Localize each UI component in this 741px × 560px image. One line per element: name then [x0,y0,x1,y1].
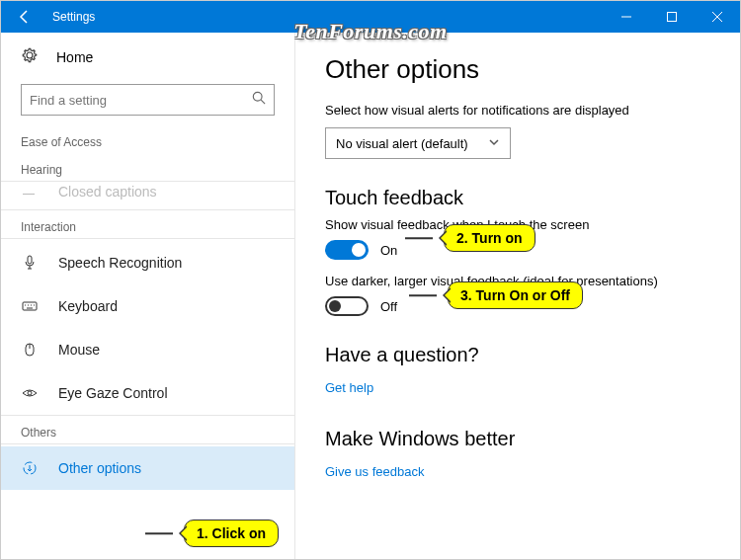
close-button[interactable] [695,1,740,33]
visual-alerts-label: Select how visual alerts for notificatio… [325,103,710,118]
svg-rect-1 [668,13,677,22]
options-arrow-icon [21,460,39,476]
svg-rect-6 [28,256,32,264]
sidebar-item-label: Keyboard [58,298,118,314]
toggle-darker-feedback-state: Off [380,299,397,314]
microphone-icon [21,255,39,271]
sidebar-item-keyboard[interactable]: Keyboard [1,284,294,328]
gear-icon [21,46,39,68]
minimize-button[interactable] [604,1,649,33]
sidebar-group-hearing: Hearing [1,155,294,182]
svg-line-5 [261,100,265,104]
sidebar-item-label: Eye Gaze Control [58,385,168,401]
mouse-icon [21,342,39,358]
sidebar-item-label: Speech Recognition [58,255,182,271]
sidebar-category: Ease of Access [1,129,294,155]
sidebar-item-label: Other options [58,460,141,476]
callout-3: 3. Turn On or Off [448,281,583,309]
sidebar-item-closed-captions[interactable]: Closed captions [1,184,294,209]
page-title: Other options [325,54,710,85]
sidebar-home-label: Home [56,49,93,65]
sidebar-item-speech[interactable]: Speech Recognition [1,241,294,284]
better-title: Make Windows better [325,428,710,450]
sidebar-item-mouse[interactable]: Mouse [1,328,294,371]
sidebar-item-other-options[interactable]: Other options [1,446,294,490]
eye-icon [21,385,39,401]
sidebar: Home Ease of Access Hearing Closed capti… [1,33,295,560]
svg-point-15 [28,391,32,395]
touch-feedback-title: Touch feedback [325,187,710,209]
feedback-link[interactable]: Give us feedback [325,464,424,479]
visual-alerts-value: No visual alert (default) [336,136,468,151]
get-help-link[interactable]: Get help [325,380,373,395]
sidebar-group-others: Others [1,415,294,444]
toggle-touch-feedback-state: On [380,243,397,258]
svg-point-4 [253,92,262,101]
toggle-touch-feedback[interactable] [325,240,369,260]
keyboard-icon [21,298,39,314]
window-title: Settings [48,10,95,24]
search-icon [252,91,266,109]
sidebar-item-label: Mouse [58,342,100,358]
sidebar-home[interactable]: Home [1,33,294,78]
back-button[interactable] [1,1,48,33]
search-input-container[interactable] [21,84,275,116]
callout-1: 1. Click on [184,520,279,547]
visual-alerts-select[interactable]: No visual alert (default) [325,127,511,159]
sidebar-group-interaction: Interaction [1,209,294,239]
callout-2: 2. Turn on [444,224,535,252]
chevron-down-icon [488,136,500,150]
maximize-button[interactable] [649,1,695,33]
toggle-darker-feedback[interactable] [325,296,369,316]
search-input[interactable] [30,93,252,108]
question-title: Have a question? [325,344,710,366]
svg-rect-7 [23,302,37,310]
sidebar-item-eyegaze[interactable]: Eye Gaze Control [1,371,294,415]
titlebar: Settings [1,1,740,33]
